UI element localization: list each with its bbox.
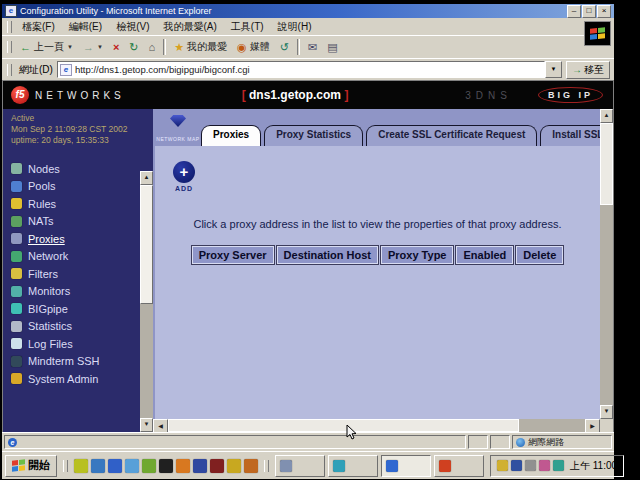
bigip-product-badge[interactable]: BIG IP <box>538 87 603 103</box>
mail-button[interactable]: ✉ <box>303 40 322 55</box>
sidebar: Active Mon Sep 2 11:09:28 CST 2002 uptim… <box>3 109 153 432</box>
task-button[interactable] <box>275 455 325 477</box>
scroll-left-icon[interactable]: ◀ <box>153 419 168 432</box>
network-map-widget[interactable]: NETWORK MAP <box>155 115 201 145</box>
sidebar-item-label: Monitors <box>28 285 70 297</box>
scroll-up-icon[interactable]: ▲ <box>600 109 613 123</box>
vertical-scrollbar-track[interactable] <box>600 205 613 405</box>
minimize-button[interactable]: ‒ <box>567 5 581 18</box>
tray-icon-4[interactable] <box>539 460 550 471</box>
hostname-banner: [ dns1.getop.com ] <box>125 88 466 102</box>
tab[interactable]: Proxy Statistics <box>264 125 363 146</box>
close-button[interactable]: × <box>597 5 611 18</box>
sidebar-item[interactable]: Mindterm SSH <box>11 353 140 371</box>
back-dropdown-icon[interactable]: ▼ <box>67 44 73 50</box>
tray-icon-2[interactable] <box>511 460 522 471</box>
sidebar-scrollbar[interactable]: ▲ ▼ <box>140 171 153 432</box>
content-horizontal-scrollbar[interactable]: ◀ ▶ <box>153 419 600 432</box>
sidebar-item[interactable]: Statistics <box>11 318 140 336</box>
sidebar-item[interactable]: Pools <box>11 178 140 196</box>
task-button[interactable] <box>434 455 484 477</box>
media-button[interactable]: ◉ 媒體 <box>232 38 275 56</box>
start-button[interactable]: 開始 <box>5 455 57 477</box>
task-button[interactable] <box>381 455 431 477</box>
toolbar-grip[interactable] <box>7 64 12 76</box>
add-button[interactable]: + <box>173 161 195 183</box>
menu-item[interactable]: 檔案(F) <box>15 19 62 35</box>
table-column-header[interactable]: Destination Host <box>277 246 378 264</box>
sidebar-item[interactable]: Filters <box>11 265 140 283</box>
favorites-button[interactable]: ★ 我的最愛 <box>169 38 232 56</box>
sidebar-item[interactable]: NATs <box>11 213 140 231</box>
quick-launch-icon-1[interactable] <box>74 459 88 473</box>
tray-icon-3[interactable] <box>525 460 536 471</box>
refresh-button[interactable]: ↻ <box>124 40 143 55</box>
tab[interactable]: Install SSL Certificate <box>540 125 600 146</box>
tab[interactable]: Proxies <box>201 125 261 146</box>
tray-icon-5[interactable] <box>553 460 564 471</box>
scroll-down-icon[interactable]: ▼ <box>600 405 613 419</box>
menu-item[interactable]: 編輯(E) <box>62 19 109 35</box>
address-dropdown-button[interactable]: ▼ <box>545 61 562 78</box>
tray-icon-1[interactable] <box>497 460 508 471</box>
print-button[interactable]: ▤ <box>322 40 342 55</box>
taskbar-grip[interactable] <box>264 460 269 472</box>
table-column-header[interactable]: Enabled <box>456 246 513 264</box>
sidebar-scrollbar-track[interactable] <box>140 304 153 418</box>
back-button[interactable]: ← 上一頁 ▼ <box>15 38 78 56</box>
quick-launch-icon-3[interactable] <box>108 459 122 473</box>
menu-item[interactable]: 我的最愛(A) <box>156 19 223 35</box>
quick-launch-icon-4[interactable] <box>125 459 139 473</box>
table-column-header[interactable]: Delete <box>516 246 563 264</box>
quick-launch-icon-11[interactable] <box>244 459 258 473</box>
menu-item[interactable]: 說明(H) <box>271 19 319 35</box>
sidebar-item[interactable]: BIGpipe <box>11 300 140 318</box>
quick-launch-icon-6[interactable] <box>159 459 173 473</box>
proxies-panel: + ADD Click a proxy address in the list … <box>155 146 600 419</box>
sidebar-item-label: Filters <box>28 268 58 280</box>
quick-launch-icon-2[interactable] <box>91 459 105 473</box>
sidebar-item[interactable]: Network <box>11 248 140 266</box>
dns-product-label[interactable]: 3DNS <box>465 90 512 101</box>
toolbar-grip[interactable] <box>7 21 12 33</box>
forward-button[interactable]: → ▼ <box>78 40 108 55</box>
history-button[interactable]: ↺ <box>275 40 294 55</box>
toolbar-grip[interactable] <box>7 41 12 53</box>
quick-launch-icon-7[interactable] <box>176 459 190 473</box>
maximize-button[interactable]: □ <box>582 5 596 18</box>
quick-launch-icon-9[interactable] <box>210 459 224 473</box>
menu-item[interactable]: 工具(T) <box>224 19 271 35</box>
table-column-header[interactable]: Proxy Type <box>381 246 454 264</box>
taskbar-grip[interactable] <box>63 460 68 472</box>
forward-dropdown-icon[interactable]: ▼ <box>97 44 103 50</box>
add-proxy-control[interactable]: + ADD <box>169 161 199 192</box>
tab[interactable]: Create SSL Certificate Request <box>366 125 537 146</box>
hostname: dns1.getop.com <box>249 88 341 102</box>
quick-launch-icon-8[interactable] <box>193 459 207 473</box>
scroll-down-icon[interactable]: ▼ <box>140 418 153 432</box>
table-column-header[interactable]: Proxy Server <box>192 246 274 264</box>
sidebar-item[interactable]: Nodes <box>11 160 140 178</box>
horizontal-scrollbar-thumb[interactable] <box>168 419 519 432</box>
vertical-scrollbar-thumb[interactable] <box>600 123 613 205</box>
address-input[interactable]: e http://dns1.getop.com/bigipgui/bigconf… <box>57 61 545 78</box>
sidebar-item[interactable]: Rules <box>11 195 140 213</box>
sidebar-item[interactable]: Proxies <box>11 230 140 248</box>
horizontal-scrollbar-track[interactable] <box>519 419 585 432</box>
menu-item[interactable]: 檢視(V) <box>109 19 156 35</box>
sidebar-item[interactable]: Log Files <box>11 335 140 353</box>
scroll-right-icon[interactable]: ▶ <box>585 419 600 432</box>
sidebar-item[interactable]: Monitors <box>11 283 140 301</box>
stop-button[interactable]: × <box>108 40 124 55</box>
task-button[interactable] <box>328 455 378 477</box>
home-button[interactable]: ⌂ <box>144 40 161 55</box>
sidebar-item[interactable]: System Admin <box>11 370 140 388</box>
taskbar-clock[interactable]: 上午 11:00 <box>570 459 617 473</box>
quick-launch-icon-10[interactable] <box>227 459 241 473</box>
sidebar-scrollbar-thumb[interactable] <box>140 185 153 304</box>
scroll-up-icon[interactable]: ▲ <box>140 171 153 185</box>
quick-launch-icon-5[interactable] <box>142 459 156 473</box>
content-vertical-scrollbar[interactable]: ▲ ▼ <box>600 109 613 419</box>
task-button-4 <box>439 460 451 472</box>
go-button[interactable]: → 移至 <box>566 61 610 79</box>
